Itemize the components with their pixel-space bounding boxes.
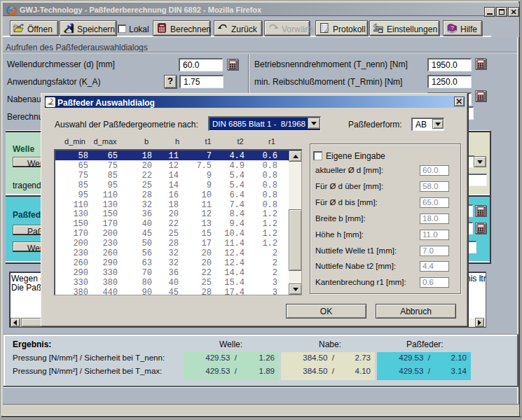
svg-text:?: ? [451,24,454,31]
